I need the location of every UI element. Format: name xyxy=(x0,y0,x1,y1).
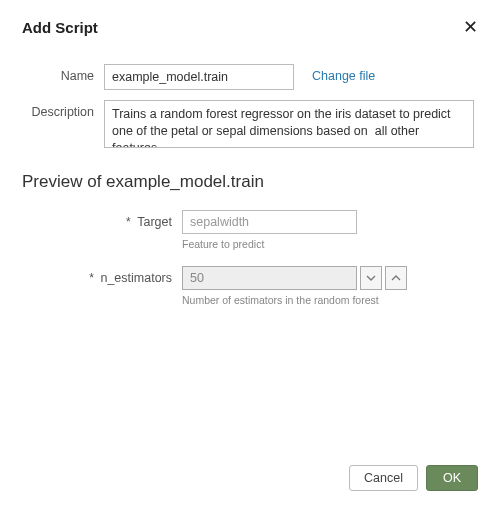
param-nestimators-label-wrap: * n_estimators xyxy=(22,266,182,285)
name-row: Name Change file xyxy=(22,64,478,90)
spinner-up-button[interactable] xyxy=(385,266,407,290)
param-nestimators-field: Number of estimators in the random fores… xyxy=(182,266,407,318)
param-target-label-wrap: * Target xyxy=(22,210,182,229)
required-marker-icon: * xyxy=(89,271,94,285)
nestimators-spinner xyxy=(182,266,407,290)
spinner-down-button[interactable] xyxy=(360,266,382,290)
param-nestimators-row: * n_estimators Number of estimators in t… xyxy=(22,266,478,318)
dialog-title: Add Script xyxy=(22,19,98,36)
description-label: Description xyxy=(22,100,104,119)
description-textarea[interactable] xyxy=(104,100,474,148)
dialog-header: Add Script ✕ xyxy=(22,18,478,36)
chevron-up-icon xyxy=(391,275,401,281)
name-label: Name xyxy=(22,64,104,83)
dialog-footer: Cancel OK xyxy=(349,465,478,491)
nestimators-input[interactable] xyxy=(182,266,357,290)
target-help-text: Feature to predict xyxy=(182,238,357,250)
param-target-field: Feature to predict xyxy=(182,210,357,262)
close-icon[interactable]: ✕ xyxy=(463,18,478,36)
param-target-row: * Target Feature to predict xyxy=(22,210,478,262)
description-row: Description xyxy=(22,100,478,148)
param-target-label: Target xyxy=(137,215,172,229)
ok-button[interactable]: OK xyxy=(426,465,478,491)
cancel-button[interactable]: Cancel xyxy=(349,465,418,491)
preview-heading: Preview of example_model.train xyxy=(22,172,478,192)
chevron-down-icon xyxy=(366,275,376,281)
change-file-link[interactable]: Change file xyxy=(312,64,375,83)
name-input[interactable] xyxy=(104,64,294,90)
target-input[interactable] xyxy=(182,210,357,234)
nestimators-help-text: Number of estimators in the random fores… xyxy=(182,294,407,306)
required-marker-icon: * xyxy=(126,215,131,229)
param-nestimators-label: n_estimators xyxy=(100,271,172,285)
